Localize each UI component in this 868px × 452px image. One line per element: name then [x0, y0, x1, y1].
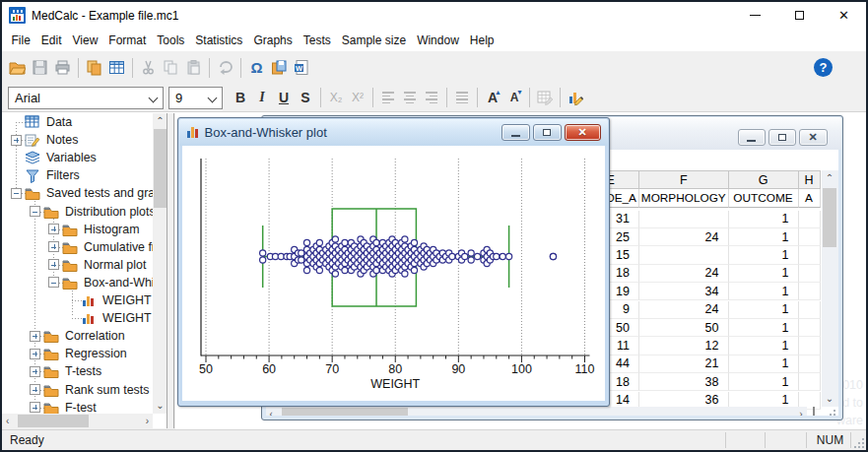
copy-button[interactable] [160, 56, 182, 80]
underline-button[interactable]: U [273, 87, 295, 108]
scroll-right-icon[interactable]: › [799, 407, 802, 416]
save-button[interactable] [29, 56, 51, 80]
scroll-left-icon[interactable]: ‹ [270, 407, 273, 416]
font-name-combobox[interactable]: Arial [8, 87, 164, 109]
help-button[interactable]: ? [814, 58, 833, 77]
table-button[interactable] [105, 56, 128, 80]
tree-item-histogram[interactable]: Histogram [48, 221, 139, 238]
align-right-button[interactable] [421, 87, 442, 108]
data-cell[interactable] [799, 301, 821, 319]
tree-vscroll-thumb[interactable] [154, 129, 167, 208]
strikethrough-button[interactable]: S [295, 87, 316, 108]
sheet-vertical-scrollbar[interactable]: ⌃⌄ [822, 170, 838, 407]
column-header[interactable]: H [799, 170, 821, 189]
sheet-vscroll-thumb[interactable] [823, 188, 836, 247]
save-all-button[interactable] [268, 56, 291, 80]
resize-grip[interactable] [851, 436, 865, 449]
data-cell[interactable] [799, 283, 821, 300]
omega-button[interactable]: Ω [245, 56, 268, 80]
italic-button[interactable]: I [251, 87, 273, 108]
undo-button[interactable] [214, 56, 236, 80]
tree-item-regression[interactable]: Regression [30, 345, 127, 362]
data-cell[interactable] [799, 355, 821, 373]
data-cell[interactable] [799, 337, 821, 355]
bold-button[interactable]: B [230, 87, 251, 108]
data-cell[interactable]: 1 [729, 355, 799, 373]
maximize-button[interactable] [777, 2, 822, 29]
variable-name-cell[interactable]: OUTCOME [729, 189, 799, 208]
scroll-up-icon[interactable]: ⌃ [153, 116, 167, 126]
expand-icon[interactable] [48, 224, 59, 234]
data-cell[interactable]: 1 [729, 283, 799, 300]
data-cell[interactable]: 34 [639, 283, 729, 300]
chevron-down-icon[interactable] [205, 88, 222, 108]
data-cell[interactable]: 1 [729, 265, 799, 283]
data-cell[interactable] [639, 246, 729, 264]
tree-item-box-and-whisker[interactable]: Box-and-Whisker [48, 274, 153, 291]
data-cell[interactable]: 24 [639, 265, 729, 283]
menu-graphs[interactable]: Graphs [248, 31, 298, 50]
data-cell[interactable]: 1 [729, 228, 799, 246]
expand-icon[interactable] [30, 384, 40, 395]
data-cell[interactable] [799, 319, 821, 337]
align-left-button[interactable] [377, 87, 399, 108]
plot-title-bar[interactable]: Box-and-Whisker plot ✕ [179, 119, 608, 146]
collapse-icon[interactable] [48, 277, 59, 288]
list-button[interactable] [451, 87, 473, 108]
tree-item-t-tests[interactable]: T-tests [30, 362, 101, 380]
sheet-horizontal-scrollbar[interactable]: ‹› [266, 407, 807, 416]
tree-item-notes[interactable]: Notes [11, 131, 78, 149]
minimize-button[interactable] [738, 129, 766, 146]
tree-hscroll-thumb[interactable] [18, 415, 89, 427]
tree-item-saved-tests-and-graphs[interactable]: Saved tests and graphs [11, 184, 153, 202]
open-file-button[interactable] [6, 56, 29, 80]
tree-item-filters[interactable]: Filters [11, 166, 80, 184]
expand-icon[interactable] [30, 402, 40, 413]
menu-edit[interactable]: Edit [35, 31, 67, 50]
data-cell[interactable]: 1 [729, 373, 799, 391]
data-cell[interactable]: 1 [729, 246, 799, 264]
cut-button[interactable] [137, 56, 160, 80]
data-cell[interactable]: 24 [639, 228, 729, 246]
menu-statistics[interactable]: Statistics [190, 31, 248, 50]
expand-icon[interactable] [30, 366, 40, 377]
expand-icon[interactable] [48, 259, 59, 270]
minimize-button[interactable] [501, 124, 530, 141]
copy-object-button[interactable] [83, 56, 105, 80]
superscript-button[interactable]: X² [347, 87, 368, 108]
tree-item-f-test[interactable]: F-test [30, 399, 97, 414]
data-cell[interactable] [639, 211, 729, 228]
menu-format[interactable]: Format [103, 31, 152, 50]
paste-button[interactable] [182, 56, 205, 80]
plot-window[interactable]: Box-and-Whisker plot ✕ 5060708090100110W… [177, 117, 610, 407]
data-cell[interactable] [799, 246, 821, 264]
data-cell[interactable]: 38 [639, 373, 729, 391]
scroll-up-icon[interactable]: ⌃ [822, 173, 838, 183]
menu-window[interactable]: Window [412, 31, 465, 50]
data-cell[interactable]: 12 [639, 337, 729, 355]
data-cell[interactable]: 1 [729, 211, 799, 228]
menu-view[interactable]: View [67, 31, 103, 50]
minimize-button[interactable] [733, 2, 777, 29]
chevron-down-icon[interactable] [146, 88, 163, 108]
menu-sample-size[interactable]: Sample size [336, 31, 411, 50]
column-header[interactable]: F [639, 170, 729, 189]
column-header[interactable]: G [729, 170, 799, 189]
close-button[interactable]: ✕ [799, 129, 828, 146]
expand-icon[interactable] [48, 241, 59, 252]
print-button[interactable] [51, 56, 74, 80]
panel-splitter[interactable] [167, 113, 174, 428]
tree-item-normal-plot[interactable]: Normal plot [48, 256, 146, 274]
data-cell[interactable]: 50 [639, 319, 729, 337]
expand-icon[interactable] [30, 349, 40, 359]
scroll-down-icon[interactable]: ⌄ [153, 401, 167, 411]
format-cells-button[interactable] [534, 87, 556, 108]
data-cell[interactable]: 21 [639, 355, 729, 373]
export-word-button[interactable]: W [291, 56, 313, 80]
collapse-icon[interactable] [11, 188, 22, 199]
variable-name-cell[interactable]: MORPHOLOGY [639, 189, 729, 208]
close-button[interactable]: ✕ [565, 124, 601, 141]
tree-item-weight[interactable]: WEIGHT [67, 291, 152, 309]
highlight-cells-button[interactable] [565, 87, 586, 108]
restore-button[interactable] [768, 129, 796, 146]
